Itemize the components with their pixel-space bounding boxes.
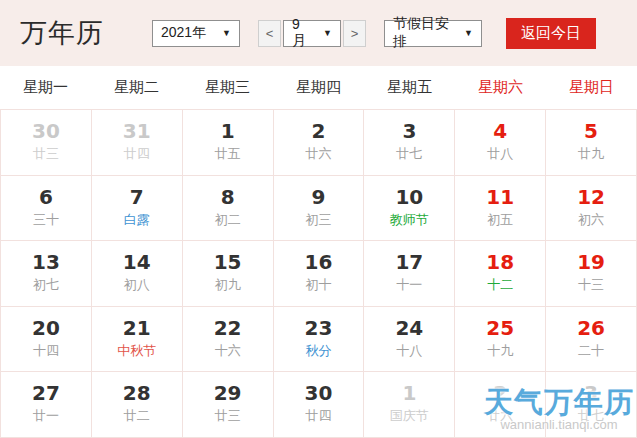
calendar-grid: 30廿三31廿四1廿五2廿六3廿七4廿八5廿九6三十7白露8初二9初三10教师节… <box>0 110 637 438</box>
day-lunar-label: 十一 <box>364 275 454 295</box>
calendar-cell[interactable]: 31廿四 <box>92 110 183 176</box>
day-number: 6 <box>1 185 91 209</box>
day-number: 8 <box>183 185 273 209</box>
year-select-value: 2021年 <box>161 24 206 42</box>
year-select[interactable]: 2021年 ▼ <box>152 20 240 47</box>
day-lunar-label: 初九 <box>183 275 273 295</box>
day-number: 18 <box>455 250 545 274</box>
calendar-cell[interactable]: 27廿一 <box>1 372 92 438</box>
weekday-label: 星期四 <box>273 78 364 97</box>
day-lunar-label: 教师节 <box>364 210 454 230</box>
calendar-cell[interactable]: 26二十 <box>546 307 637 373</box>
calendar-cell[interactable]: 21中秋节 <box>92 307 183 373</box>
day-lunar-label: 初五 <box>455 210 545 230</box>
back-to-today-button[interactable]: 返回今日 <box>506 18 596 49</box>
day-number: 30 <box>274 381 364 405</box>
calendar-cell[interactable]: 1廿五 <box>183 110 274 176</box>
day-lunar-label: 秋分 <box>274 341 364 361</box>
day-number: 2 <box>455 381 545 405</box>
calendar-cell[interactable]: 2廿六 <box>455 372 546 438</box>
day-lunar-label: 廿九 <box>546 144 636 164</box>
calendar-cell[interactable]: 19十三 <box>546 241 637 307</box>
calendar-cell[interactable]: 25十九 <box>455 307 546 373</box>
calendar-cell[interactable]: 10教师节 <box>364 176 455 242</box>
weekday-label: 星期日 <box>546 78 637 97</box>
day-number: 31 <box>92 119 182 143</box>
day-number: 17 <box>364 250 454 274</box>
day-lunar-label: 廿七 <box>364 144 454 164</box>
calendar-cell[interactable]: 30廿三 <box>1 110 92 176</box>
next-month-button[interactable]: > <box>343 20 366 47</box>
calendar-cell[interactable]: 2廿六 <box>274 110 365 176</box>
day-lunar-label: 廿八 <box>455 144 545 164</box>
calendar-cell[interactable]: 30廿四 <box>274 372 365 438</box>
day-lunar-label: 十八 <box>364 341 454 361</box>
day-lunar-label: 初八 <box>92 275 182 295</box>
day-lunar-label: 初七 <box>1 275 91 295</box>
day-lunar-label: 廿七 <box>546 406 636 426</box>
calendar-cell[interactable]: 23秋分 <box>274 307 365 373</box>
weekday-label: 星期一 <box>0 78 91 97</box>
day-number: 19 <box>546 250 636 274</box>
day-number: 5 <box>546 119 636 143</box>
day-lunar-label: 十三 <box>546 275 636 295</box>
calendar-cell[interactable]: 7白露 <box>92 176 183 242</box>
calendar-cell[interactable]: 12初六 <box>546 176 637 242</box>
day-number: 26 <box>546 316 636 340</box>
calendar-cell[interactable]: 11初五 <box>455 176 546 242</box>
day-number: 21 <box>92 316 182 340</box>
calendar-cell[interactable]: 5廿九 <box>546 110 637 176</box>
day-lunar-label: 廿三 <box>1 144 91 164</box>
day-number: 12 <box>546 185 636 209</box>
day-lunar-label: 廿三 <box>183 406 273 426</box>
holiday-select-value: 节假日安排 <box>393 15 454 51</box>
day-lunar-label: 廿五 <box>183 144 273 164</box>
calendar-cell[interactable]: 17十一 <box>364 241 455 307</box>
day-lunar-label: 国庆节 <box>364 406 454 426</box>
day-lunar-label: 十四 <box>1 341 91 361</box>
day-lunar-label: 廿四 <box>274 406 364 426</box>
month-select[interactable]: 9月 ▼ <box>283 20 341 47</box>
calendar-cell[interactable]: 15初九 <box>183 241 274 307</box>
day-lunar-label: 初二 <box>183 210 273 230</box>
calendar-cell[interactable]: 9初三 <box>274 176 365 242</box>
calendar-cell[interactable]: 18十二 <box>455 241 546 307</box>
day-lunar-label: 十二 <box>455 275 545 295</box>
day-number: 28 <box>92 381 182 405</box>
calendar-cell[interactable]: 13初七 <box>1 241 92 307</box>
day-number: 2 <box>274 119 364 143</box>
calendar-cell[interactable]: 4廿八 <box>455 110 546 176</box>
day-number: 25 <box>455 316 545 340</box>
calendar-cell[interactable]: 1国庆节 <box>364 372 455 438</box>
weekday-label: 星期五 <box>364 78 455 97</box>
day-lunar-label: 三十 <box>1 210 91 230</box>
holiday-schedule-select[interactable]: 节假日安排 ▼ <box>384 20 482 47</box>
calendar-cell[interactable]: 29廿三 <box>183 372 274 438</box>
chevron-down-icon: ▼ <box>323 28 332 38</box>
day-number: 11 <box>455 185 545 209</box>
day-number: 23 <box>274 316 364 340</box>
calendar-cell[interactable]: 3廿七 <box>546 372 637 438</box>
day-number: 27 <box>1 381 91 405</box>
calendar-cell[interactable]: 8初二 <box>183 176 274 242</box>
wannianli-widget: 万年历 2021年 ▼ < 9月 ▼ > 节假日安排 ▼ 返回今日 星期一星期二… <box>0 0 637 438</box>
weekday-label: 星期六 <box>455 78 546 97</box>
prev-month-button[interactable]: < <box>258 20 281 47</box>
calendar-cell[interactable]: 16初十 <box>274 241 365 307</box>
calendar-cell[interactable]: 24十八 <box>364 307 455 373</box>
day-number: 7 <box>92 185 182 209</box>
day-number: 3 <box>364 119 454 143</box>
calendar-cell[interactable]: 6三十 <box>1 176 92 242</box>
toolbar: 万年历 2021年 ▼ < 9月 ▼ > 节假日安排 ▼ 返回今日 <box>0 0 637 66</box>
calendar-cell[interactable]: 22十六 <box>183 307 274 373</box>
calendar-cell[interactable]: 28廿二 <box>92 372 183 438</box>
day-number: 24 <box>364 316 454 340</box>
day-lunar-label: 初三 <box>274 210 364 230</box>
day-number: 20 <box>1 316 91 340</box>
chevron-down-icon: ▼ <box>464 28 473 38</box>
calendar-cell[interactable]: 3廿七 <box>364 110 455 176</box>
day-number: 10 <box>364 185 454 209</box>
day-number: 16 <box>274 250 364 274</box>
calendar-cell[interactable]: 14初八 <box>92 241 183 307</box>
calendar-cell[interactable]: 20十四 <box>1 307 92 373</box>
